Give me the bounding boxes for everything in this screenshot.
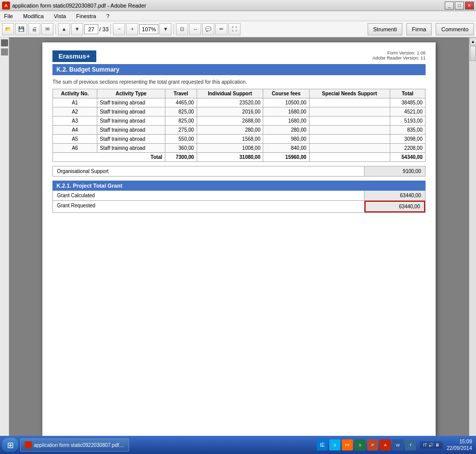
cell-individual: 2016,00	[197, 107, 263, 117]
cell-no: A4	[53, 126, 97, 135]
table-row: A5 Staff training abroad 550,00 1568,00 …	[53, 135, 426, 144]
menu-finestra[interactable]: Finestra	[74, 13, 98, 20]
scroll-up-button[interactable]: ▲	[469, 37, 476, 45]
word-icon[interactable]: W	[392, 439, 403, 450]
cell-total: 2208,00	[390, 144, 425, 153]
zoom-dropdown[interactable]: ▼	[159, 23, 171, 35]
firma-button[interactable]: Firma	[406, 23, 432, 35]
taskbar-app-icons: IE S FF X P A W T	[317, 439, 416, 450]
comment-button[interactable]: 💬	[202, 23, 214, 35]
page-number-input[interactable]	[84, 24, 98, 34]
acrobat-icon[interactable]: A	[380, 439, 391, 450]
taskbar-active-app[interactable]: application form static0922030807.pdf - …	[20, 438, 129, 451]
email-button[interactable]: ✉	[41, 23, 53, 35]
scroll-bar[interactable]: ▲ ▼	[469, 37, 476, 454]
cell-no: A6	[53, 144, 97, 153]
save-button[interactable]: 💾	[15, 23, 27, 35]
thunderbird-icon[interactable]: T	[405, 439, 416, 450]
col-header-special: Special Needs Support	[309, 89, 390, 98]
cell-type: Staff training abroad	[97, 117, 165, 126]
toolbar-right: Strumenti Firma Commento	[368, 23, 474, 35]
cell-total: 38485,00	[390, 98, 425, 107]
pdf-area[interactable]: Erasmus+ Form Version: 1.06 Adobe Reader…	[9, 37, 469, 454]
prev-page-button[interactable]: ▲	[58, 23, 70, 35]
fit-page-button[interactable]: ⊡	[176, 23, 188, 35]
firefox-icon[interactable]: FF	[342, 439, 353, 450]
commento-button[interactable]: Commento	[436, 23, 474, 35]
cell-travel: 360,00	[165, 144, 197, 153]
close-button[interactable]: ✕	[465, 2, 474, 10]
menu-file[interactable]: File	[2, 13, 15, 20]
taskbar: ⊞ application form static0922030807.pdf …	[0, 436, 476, 454]
cell-individual: 280,00	[197, 126, 263, 135]
fullscreen-button[interactable]: ⛶	[228, 23, 241, 35]
print-button[interactable]: 🖨	[28, 23, 40, 35]
cell-special	[309, 117, 390, 126]
org-support-label: Organisational Support	[53, 166, 365, 176]
scroll-thumb[interactable]	[470, 46, 476, 61]
cell-special	[309, 126, 390, 135]
col-header-no: Activity No.	[53, 89, 97, 98]
strumenti-button[interactable]: Strumenti	[368, 23, 402, 35]
taskbar-right: IE S FF X P A W T IT 🔊 🖥 15:09 22/09/201…	[317, 438, 474, 451]
ie-icon[interactable]: IE	[317, 439, 328, 450]
open-button[interactable]: 📂	[2, 23, 14, 35]
menu-modifica[interactable]: Modifica	[21, 13, 46, 20]
zoom-out-button[interactable]: −	[113, 23, 125, 35]
cell-no: A5	[53, 135, 97, 144]
cell-type: Staff training abroad	[97, 144, 165, 153]
skype-icon[interactable]: S	[329, 439, 340, 450]
highlight-button[interactable]: ✏	[215, 23, 227, 35]
cell-no: A2	[53, 107, 97, 117]
excel-icon[interactable]: X	[354, 439, 366, 450]
menu-help[interactable]: ?	[104, 13, 111, 20]
total-special	[309, 153, 390, 162]
project-total-header: K.2.1. Project Total Grant	[52, 181, 426, 191]
grant-calculated-value: 63440,00	[365, 191, 425, 200]
app-icon: A	[2, 2, 10, 10]
cell-individual: 1568,00	[197, 135, 263, 144]
cell-travel: 550,00	[165, 135, 197, 144]
panel-icon-2[interactable]	[1, 48, 8, 55]
window-title: application form static0922030807.pdf - …	[12, 3, 146, 9]
table-row: A1 Staff training abroad 4465,00 23520,0…	[53, 98, 426, 107]
menu-vista[interactable]: Vista	[52, 13, 68, 20]
zoom-input[interactable]	[139, 24, 158, 34]
taskbar-app-icon	[25, 441, 32, 448]
minimize-button[interactable]: _	[445, 2, 454, 10]
toolbar-sep-3	[173, 24, 174, 34]
cell-type: Staff training abroad	[97, 107, 165, 117]
total-travel: 7300,00	[165, 153, 197, 162]
table-row: A2 Staff training abroad 825,00 2016,00 …	[53, 107, 426, 117]
cell-type: Staff training abroad	[97, 135, 165, 144]
cell-individual: 2688,00	[197, 117, 263, 126]
col-header-total: Total	[390, 89, 425, 98]
taskbar-items: application form static0922030807.pdf - …	[20, 438, 315, 451]
zoom-in-button[interactable]: +	[126, 23, 138, 35]
grant-requested-value: 63440,00	[365, 201, 425, 212]
menu-bar: File Modifica Vista Finestra ?	[0, 11, 476, 21]
total-label: Total	[53, 153, 165, 162]
cell-total: 835,00	[390, 126, 425, 135]
total-total: 54340,00	[390, 153, 425, 162]
cell-total: 4521,00	[390, 107, 425, 117]
cell-travel: 275,00	[165, 126, 197, 135]
grant-requested-row: Grant Requested 63440,00	[52, 201, 426, 213]
start-button[interactable]: ⊞	[2, 438, 18, 452]
pdf-header: Erasmus+ Form Version: 1.06 Adobe Reader…	[52, 50, 426, 62]
total-course: 15960,00	[263, 153, 309, 162]
table-row: A4 Staff training abroad 275,00 280,00 2…	[53, 126, 426, 135]
cell-special	[309, 135, 390, 144]
panel-icon-1[interactable]	[1, 39, 8, 46]
ppt-icon[interactable]: P	[367, 439, 378, 450]
sys-tray-indicators: IT 🔊 🖥	[423, 442, 440, 447]
fit-width-button[interactable]: ↔	[189, 23, 201, 35]
erasmus-label: Erasmus+	[52, 50, 96, 62]
next-page-button[interactable]: ▼	[71, 23, 83, 35]
cell-total: 5193,00	[390, 117, 425, 126]
maximize-button[interactable]: □	[455, 2, 464, 10]
org-support-row: Organisational Support 9100,00	[52, 166, 426, 177]
toolbar-sep-1	[55, 24, 56, 34]
time-display: 15:09 22/09/2014	[447, 438, 472, 451]
cell-individual: 23520,00	[197, 98, 263, 107]
